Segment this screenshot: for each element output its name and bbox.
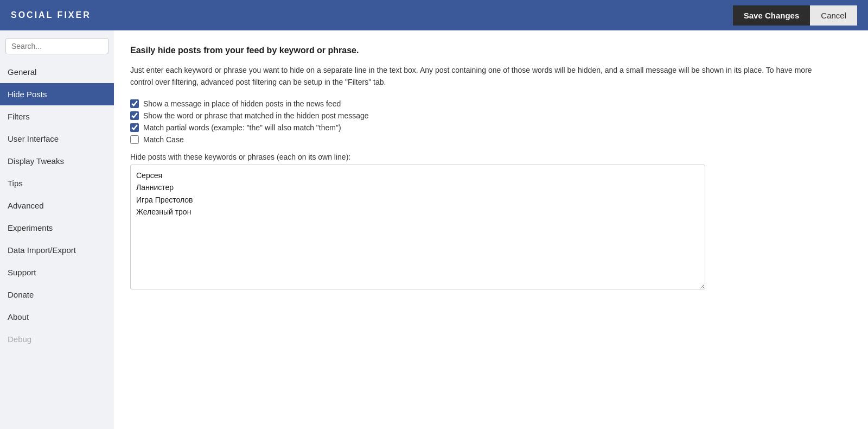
sidebar-item-general[interactable]: General (0, 61, 114, 83)
app-title: SOCIAL FIXER (11, 10, 91, 20)
sidebar-nav: GeneralHide PostsFiltersUser InterfaceDi… (0, 61, 114, 350)
checkbox-label-show-message[interactable]: Show a message in place of hidden posts … (143, 99, 341, 108)
content-area: Easily hide posts from your feed by keyw… (114, 30, 868, 429)
save-changes-button[interactable]: Save Changes (733, 5, 810, 26)
sidebar: GeneralHide PostsFiltersUser InterfaceDi… (0, 30, 114, 429)
checkbox-show-word[interactable] (130, 111, 139, 120)
checkboxes-section: Show a message in place of hidden posts … (130, 99, 852, 144)
content-heading: Easily hide posts from your feed by keyw… (130, 46, 852, 55)
checkbox-group-show-message: Show a message in place of hidden posts … (130, 99, 852, 108)
search-input[interactable] (5, 38, 108, 54)
sidebar-item-donate[interactable]: Donate (0, 283, 114, 306)
sidebar-item-filters[interactable]: Filters (0, 105, 114, 128)
header: SOCIAL FIXER Save Changes Cancel (0, 0, 868, 30)
checkbox-group-match-case: Match Case (130, 135, 852, 144)
checkbox-show-message[interactable] (130, 99, 139, 108)
sidebar-item-user-interface[interactable]: User Interface (0, 128, 114, 150)
main-layout: GeneralHide PostsFiltersUser InterfaceDi… (0, 30, 868, 429)
keywords-label: Hide posts with these keywords or phrase… (130, 153, 852, 161)
sidebar-item-tips[interactable]: Tips (0, 172, 114, 194)
sidebar-item-data-import-export[interactable]: Data Import/Export (0, 239, 114, 261)
cancel-button[interactable]: Cancel (810, 5, 857, 26)
sidebar-item-debug: Debug (0, 328, 114, 350)
checkbox-group-match-partial: Match partial words (example: "the" will… (130, 123, 852, 132)
content-description: Just enter each keyword or phrase you wa… (130, 64, 835, 89)
checkbox-match-case[interactable] (130, 135, 139, 144)
sidebar-item-hide-posts[interactable]: Hide Posts (0, 83, 114, 105)
sidebar-item-experiments[interactable]: Experiments (0, 217, 114, 239)
checkbox-label-show-word[interactable]: Show the word or phrase that matched in … (143, 111, 369, 120)
checkbox-group-show-word: Show the word or phrase that matched in … (130, 111, 852, 120)
header-buttons: Save Changes Cancel (733, 5, 857, 26)
checkbox-label-match-partial[interactable]: Match partial words (example: "the" will… (143, 123, 341, 132)
sidebar-item-display-tweaks[interactable]: Display Tweaks (0, 150, 114, 172)
checkbox-label-match-case[interactable]: Match Case (143, 135, 184, 144)
sidebar-item-about[interactable]: About (0, 306, 114, 328)
keywords-textarea[interactable] (130, 165, 705, 289)
sidebar-item-advanced[interactable]: Advanced (0, 194, 114, 217)
checkbox-match-partial[interactable] (130, 123, 139, 132)
sidebar-item-support[interactable]: Support (0, 261, 114, 283)
